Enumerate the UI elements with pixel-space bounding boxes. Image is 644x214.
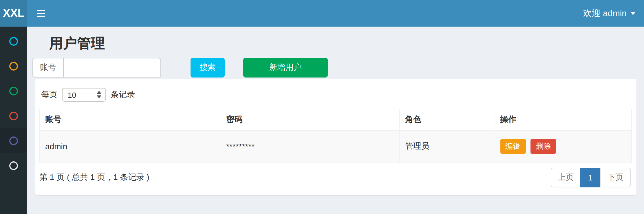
- welcome-text: 欢迎 admin: [583, 8, 627, 19]
- page-size-row: 每页 10 条记录: [41, 79, 631, 102]
- sidebar-item-3[interactable]: [0, 79, 27, 104]
- cell-actions: 编辑 删除: [495, 130, 632, 162]
- table-footer: 第 1 页 ( 总共 1 页，1 条记录 ) 上页 1 下页: [35, 168, 636, 187]
- table-row: admin ********* 管理员 编辑 删除: [40, 130, 632, 162]
- account-search-group: 账号: [32, 58, 161, 78]
- page-size-select[interactable]: 10: [62, 88, 106, 102]
- cell-role: 管理员: [400, 130, 495, 162]
- sidebar-item-2[interactable]: [0, 54, 27, 79]
- cell-password: *********: [221, 130, 400, 162]
- sidebar-item-5-active[interactable]: [0, 128, 27, 153]
- circle-outline-icon: [9, 87, 18, 95]
- caret-down-icon: [631, 12, 635, 15]
- app-logo[interactable]: XXL: [0, 0, 27, 27]
- add-user-button[interactable]: 新增用户: [243, 58, 328, 78]
- navbar-main: 欢迎 admin: [27, 0, 644, 27]
- column-header-role: 角色: [400, 109, 495, 130]
- users-panel: 每页 10 条记录 账号 密码 角色 操作: [35, 79, 636, 195]
- account-search-input[interactable]: [64, 58, 160, 77]
- delete-button[interactable]: 删除: [531, 139, 556, 154]
- content-area: 用户管理 账号 搜索 新增用户 每页 10 条记录 账号: [27, 27, 644, 214]
- account-addon-label: 账号: [33, 58, 64, 77]
- select-stepper-icon: [97, 91, 101, 98]
- cell-account: admin: [40, 130, 221, 162]
- user-menu[interactable]: 欢迎 admin: [583, 8, 635, 19]
- page-title: 用户管理: [49, 34, 644, 53]
- prev-page-button[interactable]: 上页: [551, 168, 581, 187]
- edit-button[interactable]: 编辑: [500, 139, 526, 154]
- sidebar: [0, 27, 27, 214]
- pagination: 上页 1 下页: [551, 168, 631, 187]
- app-window: XXL 欢迎 admin 用户管理: [0, 0, 644, 214]
- sidebar-item-6[interactable]: [0, 153, 27, 178]
- page-size-prefix-label: 每页: [41, 90, 57, 100]
- column-header-account: 账号: [40, 109, 221, 130]
- current-page-button[interactable]: 1: [580, 168, 601, 187]
- hamburger-menu-icon[interactable]: [36, 5, 46, 22]
- circle-outline-icon: [9, 112, 18, 120]
- pagination-info: 第 1 页 ( 总共 1 页，1 条记录 ): [39, 172, 149, 183]
- circle-outline-icon: [9, 62, 18, 71]
- page-size-suffix-label: 条记录: [111, 90, 135, 100]
- table-header-row: 账号 密码 角色 操作: [40, 109, 632, 130]
- circle-outline-icon: [9, 136, 18, 145]
- users-table: 账号 密码 角色 操作 admin ********* 管理员 编辑 删除: [39, 109, 632, 163]
- search-button[interactable]: 搜索: [191, 58, 225, 78]
- page-size-value: 10: [68, 91, 76, 99]
- top-navbar: XXL 欢迎 admin: [0, 0, 644, 27]
- column-header-actions: 操作: [495, 109, 632, 130]
- search-toolbar: 账号 搜索 新增用户: [32, 58, 644, 78]
- next-page-button[interactable]: 下页: [600, 168, 631, 187]
- circle-outline-icon: [9, 161, 18, 170]
- sidebar-item-1[interactable]: [0, 29, 27, 54]
- column-header-password: 密码: [221, 109, 400, 130]
- sidebar-item-4[interactable]: [0, 104, 27, 128]
- circle-outline-icon: [9, 37, 18, 46]
